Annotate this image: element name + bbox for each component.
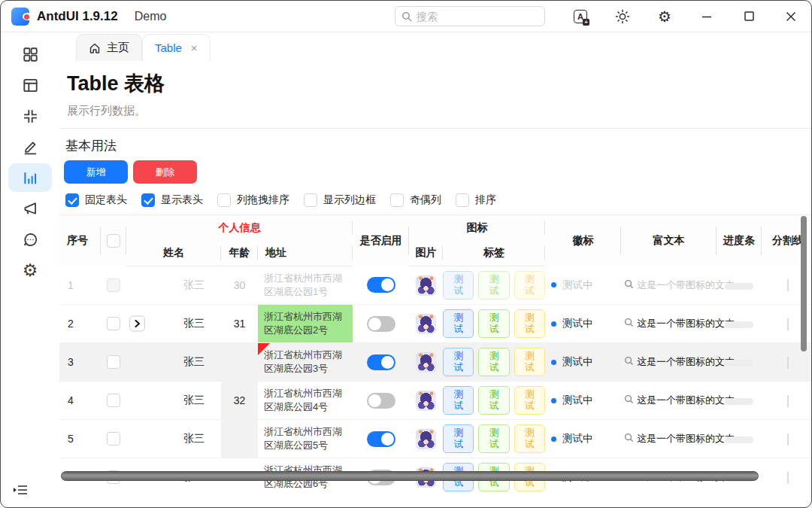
col-header-address[interactable]: 地址 [258, 241, 353, 266]
progress-bar [725, 321, 753, 328]
tag[interactable]: 测试 [443, 386, 474, 415]
horizontal-scrollbar[interactable] [61, 471, 759, 481]
enabled-toggle[interactable] [367, 316, 395, 332]
tag[interactable]: 测试 [478, 309, 509, 338]
tag[interactable]: 测试 [514, 386, 545, 415]
minimize-icon[interactable] [698, 8, 715, 25]
enabled-toggle[interactable] [367, 277, 395, 293]
enabled-toggle[interactable] [367, 393, 395, 409]
row-checkbox[interactable] [107, 355, 120, 369]
avatar[interactable] [416, 275, 436, 296]
checkbox-icon[interactable] [456, 193, 469, 207]
col-header-picture[interactable]: 图片 [409, 241, 443, 266]
table-row[interactable]: 5张三浙江省杭州市西湖区湖底公园5号测试测试测试测试中这是一个带图标的文本 [59, 420, 811, 458]
vertical-scrollbar[interactable] [801, 216, 807, 351]
table-row[interactable]: 1张三30浙江省杭州市西湖区湖底公园1号测试测试测试测试中这是一个带图标的文本 [59, 266, 811, 305]
col-header-richtext[interactable]: 富文本 [621, 215, 717, 266]
tag[interactable]: 测试 [478, 271, 509, 300]
col-header-age[interactable]: 年龄 [221, 241, 258, 266]
tab-home[interactable]: 主页 [76, 34, 142, 61]
add-button[interactable]: 新增 [64, 160, 128, 184]
tag[interactable]: 测试 [514, 271, 545, 300]
option-checkbox-1[interactable]: 显示表头 [141, 193, 203, 207]
tag[interactable]: 测试 [443, 309, 474, 338]
checkbox-icon[interactable] [217, 193, 231, 207]
col-header-name[interactable]: 姓名 [126, 241, 221, 266]
name-text: 张三 [183, 394, 205, 406]
enabled-toggle[interactable] [367, 354, 395, 370]
tag[interactable]: 测试 [478, 424, 509, 453]
cell-age: 32 [221, 343, 258, 458]
sidebar-item-edit[interactable] [8, 132, 52, 161]
row-checkbox[interactable] [107, 317, 120, 330]
corner-marker-icon [258, 343, 270, 355]
richtext-label: 这是一个带图标的文本 [637, 278, 735, 292]
sidebar-item-chart[interactable] [8, 163, 52, 192]
tag[interactable]: 测试 [443, 348, 474, 376]
avatar[interactable] [416, 429, 436, 449]
option-checkbox-0[interactable]: 固定表头 [65, 193, 127, 207]
table-row[interactable]: 3张三32浙江省杭州市西湖区湖底公园3号测试测试测试测试中这是一个带图标的文本 [59, 343, 811, 382]
col-header-icon-group[interactable]: 图标 [409, 215, 545, 241]
enabled-toggle[interactable] [367, 431, 395, 447]
col-header-index[interactable]: 序号 [59, 215, 101, 266]
sidebar-item-settings[interactable]: ⚙ [8, 256, 52, 284]
cell-tags: 测试测试测试 [443, 266, 545, 305]
sidebar-item-layout[interactable] [8, 71, 52, 99]
tag[interactable]: 测试 [443, 271, 474, 300]
table-row[interactable]: 2张三31浙江省杭州市西湖区湖底公园2号测试测试测试测试中这是一个带图标的文本 [59, 305, 811, 343]
name-text: 张三 [183, 355, 205, 367]
maximize-icon[interactable] [741, 8, 757, 25]
divider-line [787, 395, 789, 407]
avatar[interactable] [416, 391, 436, 411]
search-box[interactable] [395, 6, 545, 26]
col-header-progress[interactable]: 进度条 [717, 215, 762, 266]
tag[interactable]: 测试 [514, 424, 545, 453]
checkbox-icon[interactable] [65, 193, 79, 207]
checkbox-icon[interactable] [390, 193, 404, 207]
row-checkbox[interactable] [107, 394, 120, 407]
tag[interactable]: 测试 [443, 424, 474, 453]
cell-address: 浙江省杭州市西湖区湖底公园2号 [258, 305, 353, 343]
checkbox-icon[interactable] [141, 193, 155, 207]
close-icon[interactable] [783, 8, 799, 25]
col-header-tags[interactable]: 标签 [443, 241, 545, 266]
settings-gear-icon[interactable]: ⚙ [656, 8, 673, 25]
option-checkbox-4[interactable]: 奇偶列 [390, 193, 441, 207]
sidebar-item-shrink[interactable] [8, 102, 52, 130]
theme-sun-icon[interactable] [614, 8, 631, 25]
col-header-personal-info[interactable]: 个人信息 [126, 215, 353, 241]
select-all-checkbox[interactable] [107, 234, 120, 248]
col-header-select-all[interactable] [101, 215, 126, 266]
option-checkbox-2[interactable]: 列拖拽排序 [217, 193, 289, 207]
col-header-enabled[interactable]: 是否启用 [353, 215, 409, 266]
tab-close-icon[interactable]: × [191, 41, 198, 54]
search-icon [624, 318, 634, 330]
row-checkbox[interactable] [107, 278, 120, 292]
tag[interactable]: 测试 [514, 309, 545, 338]
tag[interactable]: 测试 [514, 348, 545, 376]
checkbox-icon[interactable] [304, 193, 317, 207]
expand-row-button[interactable] [129, 316, 145, 332]
sidebar-item-announcement[interactable] [8, 194, 52, 223]
sidebar-item-chat[interactable] [8, 225, 52, 254]
divider [59, 128, 811, 129]
avatar[interactable] [416, 314, 436, 334]
search-input[interactable] [417, 11, 522, 23]
option-label: 列拖拽排序 [237, 193, 289, 207]
menu-unfold-icon[interactable] [13, 483, 28, 500]
sidebar-item-dashboard[interactable] [8, 40, 52, 68]
avatar[interactable] [416, 352, 436, 373]
tab-table[interactable]: Table × [142, 34, 211, 61]
option-checkbox-3[interactable]: 显示列边框 [304, 193, 376, 207]
tag[interactable]: 测试 [478, 348, 509, 376]
translate-icon[interactable]: A+ [572, 8, 589, 25]
row-checkbox[interactable] [107, 432, 120, 446]
col-header-badge[interactable]: 徽标 [545, 215, 621, 266]
option-checkbox-5[interactable]: 排序 [456, 193, 496, 207]
table-row[interactable]: 4张三浙江省杭州市西湖区湖底公园4号测试测试测试测试中这是一个带图标的文本 [59, 382, 811, 420]
cell-richtext: 这是一个带图标的文本 [621, 382, 717, 420]
search-icon [624, 279, 634, 291]
delete-button[interactable]: 删除 [133, 160, 197, 184]
tag[interactable]: 测试 [478, 386, 509, 415]
